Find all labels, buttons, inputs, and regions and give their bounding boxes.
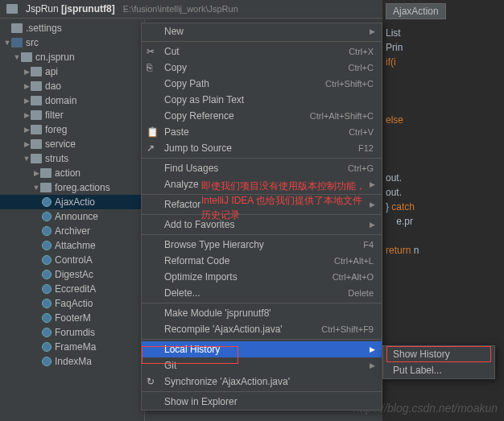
menu-new[interactable]: New▶ (142, 23, 382, 39)
menu-make-module[interactable]: Make Module 'jsprunutf8' (142, 305, 382, 321)
menu-optimize[interactable]: Optimize ImportsCtrl+Alt+O (142, 269, 382, 285)
tree-folder-dao[interactable]: ▶dao (0, 79, 144, 93)
tree-class[interactable]: FrameMa (0, 340, 144, 354)
paste-icon: 📋 (147, 126, 158, 138)
code-line: e.pr (386, 214, 501, 229)
tree-folder-settings[interactable]: .settings (0, 21, 144, 35)
code-line: else (386, 113, 501, 127)
sync-icon: ↻ (147, 376, 158, 387)
tree-class[interactable]: IndexMa (0, 354, 144, 369)
editor-tab[interactable]: AjaxAction (386, 3, 446, 19)
scissors-icon: ✂ (147, 46, 158, 57)
menu-show-explorer[interactable]: Show in Explorer (142, 394, 382, 410)
project-icon (6, 4, 18, 14)
code-line: Prin (386, 40, 501, 55)
code-line: out. (386, 171, 501, 185)
menu-local-history[interactable]: Local History▶ (142, 341, 382, 357)
menu-reformat[interactable]: Reformat CodeCtrl+Alt+L (142, 253, 382, 269)
menu-cut[interactable]: ✂CutCtrl+X (142, 43, 382, 60)
code-line: out. (386, 185, 501, 200)
code-line: return n (386, 243, 501, 258)
menu-git[interactable]: Git▶ (142, 357, 382, 374)
menu-copy-ref[interactable]: Copy ReferenceCtrl+Alt+Shift+C (142, 108, 382, 124)
jump-icon: ↗ (147, 142, 158, 154)
tree-folder-foreg[interactable]: ▶foreg (0, 122, 144, 137)
project-label: JspRun [jsprunutf8] (26, 3, 115, 14)
tree-class[interactable]: ControlA (0, 253, 144, 267)
submenu-put-label[interactable]: Put Label... (383, 362, 494, 378)
code-line: if(i (386, 55, 501, 69)
tree-class[interactable]: DigestAc (0, 267, 144, 282)
menu-jump[interactable]: ↗Jump to SourceF12 (142, 140, 382, 156)
tree-folder-api[interactable]: ▶api (0, 64, 144, 79)
menu-copy-plain[interactable]: Copy as Plain Text (142, 92, 382, 108)
menu-delete[interactable]: Delete...Delete (142, 285, 382, 301)
menu-copy[interactable]: ⎘CopyCtrl+C (142, 60, 382, 76)
tree-class[interactable]: Attachme (0, 238, 144, 253)
tree-class[interactable]: FooterM (0, 311, 144, 325)
menu-add-favorites[interactable]: Add to Favorites▶ (142, 217, 382, 233)
menu-recompile[interactable]: Recompile 'AjaxAction.java'Ctrl+Shift+F9 (142, 321, 382, 337)
tree-class[interactable]: EccreditA (0, 282, 144, 296)
menu-browse-type[interactable]: Browse Type HierarchyF4 (142, 237, 382, 253)
tree-folder-service[interactable]: ▶service (0, 137, 144, 151)
tree-class-ajaxaction[interactable]: AjaxActio (0, 195, 144, 209)
code-line: List (386, 26, 501, 40)
tree-folder-domain[interactable]: ▶domain (0, 93, 144, 108)
tree-folder-struts[interactable]: ▼struts (0, 151, 144, 166)
tree-folder-foreg-actions[interactable]: ▼foreg.actions (0, 180, 144, 195)
tree-folder-filter[interactable]: ▶filter (0, 108, 144, 122)
project-tree[interactable]: .settings ▼src ▼cn.jsprun ▶api ▶dao ▶dom… (0, 19, 145, 421)
tree-folder-action[interactable]: ▶action (0, 166, 144, 180)
tree-class[interactable]: Forumdis (0, 325, 144, 340)
tree-class[interactable]: Announce (0, 209, 144, 224)
tree-folder-src[interactable]: ▼src (0, 35, 144, 50)
submenu-show-history[interactable]: Show History (383, 346, 494, 362)
project-path: E:\fusion\intellij_work\JspRun (123, 4, 238, 14)
local-history-submenu: Show History Put Label... (382, 345, 495, 379)
menu-synchronize[interactable]: ↻Synchronize 'AjaxAction.java' (142, 374, 382, 390)
code-line: } catch (386, 200, 501, 214)
menu-analyze[interactable]: Analyze▶ (142, 176, 382, 192)
copy-icon: ⎘ (147, 62, 158, 73)
menu-copy-path[interactable]: Copy PathCtrl+Shift+C (142, 76, 382, 92)
menu-paste[interactable]: 📋PasteCtrl+V (142, 124, 382, 140)
tree-class[interactable]: FaqActio (0, 296, 144, 311)
tree-package-cnjsprun[interactable]: ▼cn.jsprun (0, 50, 144, 64)
tree-class[interactable]: Archiver (0, 224, 144, 238)
context-menu: New▶ ✂CutCtrl+X ⎘CopyCtrl+C Copy PathCtr… (141, 23, 382, 411)
menu-refactor[interactable]: Refactor▶ (142, 196, 382, 213)
menu-find-usages[interactable]: Find UsagesCtrl+G (142, 160, 382, 176)
